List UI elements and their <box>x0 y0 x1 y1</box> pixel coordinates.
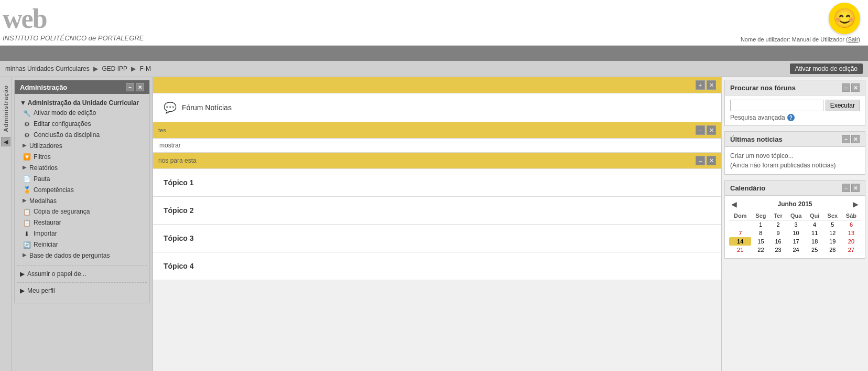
cal-week-4: 21 22 23 24 25 26 27 <box>729 246 861 254</box>
admin-item-conclusion[interactable]: ⚙ Conclusão da disciplina <box>17 130 147 141</box>
cal-prev-btn[interactable]: ◀ <box>729 200 739 208</box>
section-add-btn[interactable]: + <box>696 80 705 90</box>
calendar-widget-controls: – ✕ <box>842 184 860 192</box>
breadcrumb-ged[interactable]: GED IPP <box>102 65 127 72</box>
cal-week-3: 14 15 16 17 18 19 20 <box>729 237 861 246</box>
calendar-widget-minimize-btn[interactable]: – <box>842 184 850 192</box>
section-1-header: + ✕ <box>153 77 721 93</box>
admin-section-title: ▼ Administração da Unidade Curricular <box>17 98 147 108</box>
search-widget-title: Procurar nos fóruns <box>730 84 796 92</box>
section-settings-btn[interactable]: ✕ <box>707 80 716 90</box>
section-3-minimize-btn[interactable]: – <box>696 156 705 165</box>
cal-cell: 18 <box>806 237 823 246</box>
help-icon[interactable]: ? <box>787 114 795 121</box>
section-3-close-btn[interactable]: ✕ <box>707 156 716 165</box>
cal-cell: 11 <box>806 229 823 237</box>
news-widget-minimize-btn[interactable]: – <box>842 135 850 143</box>
user-label: Nome de utilizador: <box>741 36 790 43</box>
advanced-search-label: Pesquisa avançada <box>730 114 785 121</box>
sidebar-label: Administração <box>1 80 10 137</box>
cal-week-2: 7 8 9 10 11 12 13 <box>729 229 861 237</box>
arrow-icon-profile: ▶ <box>20 287 25 295</box>
admin-item-medalhas[interactable]: ▶ Medalhas <box>17 196 147 207</box>
news-create-text: Criar um novo tópico... (Ainda não foram… <box>730 151 860 170</box>
calendar-widget-title: Calendário <box>730 184 765 192</box>
admin-item-backup[interactable]: 📋 Cópia de segurança <box>17 206 147 217</box>
admin-item-reports[interactable]: ▶ Relatórios <box>17 163 147 174</box>
cal-cell-today: 14 <box>729 237 751 246</box>
forum-item[interactable]: 💬 Fórum Notícias <box>153 93 721 122</box>
panel-close-btn[interactable]: ✕ <box>136 83 144 91</box>
toggle-button[interactable]: ◀ <box>1 137 10 146</box>
cal-header: ◀ Junho 2015 ▶ <box>729 200 861 208</box>
section-2-settings-btn[interactable]: ✕ <box>707 125 716 135</box>
cal-next-btn[interactable]: ▶ <box>851 200 861 208</box>
news-create-link[interactable]: Criar um novo tópico... <box>730 152 794 160</box>
news-widget-controls: – ✕ <box>842 135 860 143</box>
search-widget-controls: – ✕ <box>842 83 860 92</box>
admin-panel: Administração – ✕ ▼ Administração da Uni… <box>14 80 150 303</box>
news-widget-close-btn[interactable]: ✕ <box>851 135 860 143</box>
arrow-icon-users: ▶ <box>23 142 27 149</box>
cal-cell-sat: 20 <box>842 237 861 246</box>
arrow-icon-db: ▶ <box>23 251 27 259</box>
cal-day-sab: Sáb <box>842 211 861 220</box>
admin-sidebar: Administração – ✕ ▼ Administração da Uni… <box>12 77 153 371</box>
admin-item-pauta[interactable]: 📄 Pauta <box>17 174 147 185</box>
competencias-icon: 🏅 <box>23 186 31 195</box>
edit-mode-button[interactable]: Ativar modo de edição <box>790 63 863 74</box>
smiley-icon: 😊 <box>829 3 860 34</box>
cal-cell: 26 <box>823 246 842 254</box>
header-right: 😊 Nome de utilizador: Manual de Utilizad… <box>741 3 860 43</box>
admin-item-db-questions[interactable]: ▶ Base de dados de perguntas <box>17 250 147 261</box>
section-2-label: tes <box>158 127 166 133</box>
admin-item-filters[interactable]: 🔽 Filtros <box>17 152 147 163</box>
arrow-icon-medalhas: ▶ <box>23 197 27 204</box>
topic-4: Tópico 4 <box>153 252 721 280</box>
search-widget-minimize-btn[interactable]: – <box>842 83 850 92</box>
section-3-subtitle: rios para esta <box>158 157 197 164</box>
admin-sub-section-role: ▶ Assumir o papel de... <box>17 269 147 280</box>
breadcrumb-current: F-M <box>140 65 151 72</box>
restore-icon: 📋 <box>23 219 31 227</box>
forum-name: Fórum Notícias <box>182 103 232 112</box>
calendar-widget-header: Calendário – ✕ <box>725 181 865 196</box>
logout-link[interactable]: (Sair) <box>846 36 860 43</box>
admin-item-users[interactable]: ▶ Utilizadores <box>17 141 147 152</box>
forum-icon: 💬 <box>164 101 177 114</box>
calendar-grid: Dom Seg Ter Qua Qui Sex Sáb 1 <box>729 211 861 254</box>
section-2-minimize-btn[interactable]: – <box>696 125 705 135</box>
cal-cell: 8 <box>751 229 770 237</box>
breadcrumb-bar: minhas Unidades Curriculares ▶ GED IPP ▶… <box>0 61 868 77</box>
admin-sub-section-profile: ▶ Meu perfil <box>17 285 147 296</box>
news-widget: Últimas notícias – ✕ Criar um novo tópic… <box>724 131 865 175</box>
breadcrumb-home[interactable]: minhas Unidades Curriculares <box>5 65 90 72</box>
section-2: tes – ✕ mostrar <box>153 122 721 153</box>
section-1-controls: + ✕ <box>696 80 716 90</box>
panel-minimize-btn[interactable]: – <box>126 83 134 91</box>
admin-item-edit-mode[interactable]: 🔧 Ativar modo de edição <box>17 108 147 119</box>
calendar-widget-close-btn[interactable]: ✕ <box>851 184 860 192</box>
topic-1: Tópico 1 <box>153 169 721 197</box>
admin-divider-2 <box>17 282 147 283</box>
user-info: Nome de utilizador: Manual de Utilizador… <box>741 36 860 43</box>
admin-item-assume-role[interactable]: ▶ Assumir o papel de... <box>17 269 147 280</box>
panel-icons: – ✕ <box>126 83 144 91</box>
header: web INSTITUTO POLITÉCNICO de PORTALEGRE … <box>0 0 868 46</box>
cal-title: Junho 2015 <box>739 200 851 208</box>
arrow-icon-role: ▶ <box>20 270 25 279</box>
section-3: rios para esta – ✕ <box>153 153 721 169</box>
cal-cell: 17 <box>786 237 806 246</box>
search-input[interactable] <box>730 100 823 111</box>
backup-icon: 📋 <box>23 208 31 216</box>
section-2-controls: – ✕ <box>696 125 716 135</box>
admin-item-restore[interactable]: 📋 Restaurar <box>17 217 147 228</box>
execute-button[interactable]: Executar <box>826 100 860 111</box>
admin-item-import[interactable]: ⬇ Importar <box>17 228 147 239</box>
admin-item-reiniciar[interactable]: 🔄 Reiniciar <box>17 239 147 250</box>
admin-item-profile[interactable]: ▶ Meu perfil <box>17 285 147 296</box>
admin-item-edit-config[interactable]: ⚙ Editar configurações <box>17 119 147 130</box>
search-widget-close-btn[interactable]: ✕ <box>851 83 860 92</box>
admin-item-competencias[interactable]: 🏅 Competências <box>17 185 147 196</box>
wrench-icon: 🔧 <box>23 109 31 118</box>
